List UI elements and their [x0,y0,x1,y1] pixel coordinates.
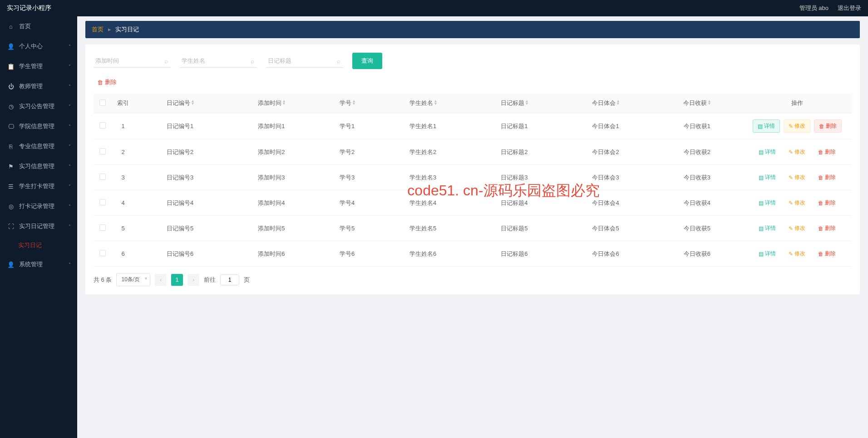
goto-prefix: 前往 [204,276,216,284]
sort-icon: ▴▾ [526,100,528,105]
student-name-input[interactable] [180,54,257,68]
sidebar-item-7[interactable]: ⚑实习信息管理˅ [0,156,77,176]
sidebar-item-6[interactable]: ⎘专业信息管理˅ [0,136,77,156]
add-time-input[interactable] [94,54,171,68]
goto-page-input[interactable] [220,274,239,285]
chevron-up-icon: ˄ [69,224,71,229]
detail-button[interactable]: ▤ 详情 [754,197,780,209]
delete-button[interactable]: 🗑 删除 [814,248,840,260]
chevron-down-icon: ˅ [69,84,71,89]
cell-student-name: 学生姓名1 [377,113,469,139]
menu-label: 打卡记录管理 [19,202,54,210]
sidebar-item-4[interactable]: ◷实习公告管理˅ [0,96,77,116]
edit-button[interactable]: ✎ 修改 [784,248,810,260]
sidebar-item-0[interactable]: ⌂首页 [0,16,77,36]
edit-button[interactable]: ✎ 修改 [784,171,810,184]
delete-button[interactable]: 🗑 删除 [814,171,840,184]
home-icon: ⌂ [7,23,15,30]
trash-icon: 🗑 [819,123,824,129]
cell-student-name: 学生姓名2 [377,139,469,165]
admin-label[interactable]: 管理员 abo [799,4,829,12]
col-student-no[interactable]: 学号▴▾ [317,94,377,113]
row-checkbox[interactable] [99,199,106,205]
cell-experience: 今日体会2 [560,139,651,165]
col-student-name[interactable]: 学生姓名▴▾ [377,94,469,113]
next-page-button[interactable]: › [187,274,199,286]
search-icon: ⌕ [337,58,340,65]
row-checkbox[interactable] [99,224,106,231]
delete-button[interactable]: 🗑 删除 [814,222,840,234]
detail-button[interactable]: ▤ 详情 [754,248,780,260]
page-size-select[interactable]: 10条/页 ▾ [116,273,150,286]
detail-button[interactable]: ▤ 详情 [754,146,780,158]
edit-button[interactable]: ✎ 修改 [784,197,810,209]
edit-button[interactable]: ✎ 修改 [784,222,810,234]
edit-button[interactable]: ✎ 修改 [784,119,810,133]
logout-link[interactable]: 退出登录 [838,4,861,12]
menu-label: 系统管理 [19,260,43,269]
sidebar-sub-diary[interactable]: 实习日记 [0,236,77,254]
prev-page-button[interactable]: ‹ [155,274,167,286]
delete-button[interactable]: 🗑 删除 [814,197,840,209]
cell-add-time: 添加时间4 [226,190,317,216]
sidebar-item-8[interactable]: ☰学生打卡管理˅ [0,176,77,196]
query-button[interactable]: 查询 [352,53,382,69]
content-panel: ⌕ ⌕ ⌕ 查询 🗑 删除 [85,45,860,294]
edit-button[interactable]: ✎ 修改 [784,146,810,158]
sidebar-item-9[interactable]: ◎打卡记录管理˅ [0,196,77,216]
power-icon: ⏻ [7,83,15,90]
table-row: 3 日记编号3 添加时间3 学号3 学生姓名3 日记标题3 今日体会3 今日收获… [94,165,852,190]
batch-delete-button[interactable]: 🗑 删除 [94,76,120,88]
sidebar-item-10[interactable]: ⛶实习日记管理˄ [0,216,77,236]
table-row: 1 日记编号1 添加时间1 学号1 学生姓名1 日记标题1 今日体会1 今日收获… [94,113,852,139]
monitor-icon: 🖵 [7,123,15,130]
row-checkbox[interactable] [99,122,106,129]
cell-student-name: 学生姓名5 [377,216,469,241]
trash-icon: 🗑 [818,251,824,257]
chevron-down-icon: ▾ [145,276,147,281]
menu-label: 实习日记管理 [19,222,54,230]
cell-index: 2 [112,139,134,165]
chevron-down-icon: ˅ [69,164,71,169]
filter-bar: ⌕ ⌕ ⌕ 查询 [94,53,852,69]
row-checkbox[interactable] [99,174,106,180]
select-all-checkbox[interactable] [99,100,106,106]
table-row: 6 日记编号6 添加时间6 学号6 学生姓名6 日记标题6 今日体会6 今日收获… [94,241,852,267]
delete-button[interactable]: 🗑 删除 [814,119,842,133]
target-icon: ◎ [7,203,15,210]
diary-title-input[interactable] [266,54,343,68]
edit-icon: ✎ [789,225,793,232]
sidebar-item-5[interactable]: 🖵学院信息管理˅ [0,116,77,136]
breadcrumb: 首页 ▸ 实习日记 [85,21,860,38]
page-1-button[interactable]: 1 [171,274,183,286]
cell-experience: 今日体会3 [560,165,651,190]
sidebar-item-3[interactable]: ⏻教师管理˅ [0,76,77,96]
cell-student-no: 学号4 [317,190,377,216]
cell-student-name: 学生姓名3 [377,165,469,190]
cell-index: 3 [112,165,134,190]
breadcrumb-home[interactable]: 首页 [92,26,104,33]
col-harvest[interactable]: 今日收获▴▾ [651,94,743,113]
sidebar-item-1[interactable]: 👤个人中心˅ [0,36,77,56]
filter-time: ⌕ [94,54,171,68]
menu-label: 学院信息管理 [19,122,54,130]
detail-button[interactable]: ▤ 详情 [754,171,780,184]
edit-icon: ✎ [789,200,793,206]
delete-button[interactable]: 🗑 删除 [814,146,840,158]
sidebar-item-2[interactable]: 📋学生管理˅ [0,56,77,76]
row-checkbox[interactable] [99,250,106,256]
cell-index: 6 [112,241,134,267]
breadcrumb-separator: ▸ [108,26,111,33]
sidebar-item-11[interactable]: 👤系统管理˅ [0,254,77,274]
main-content: 首页 ▸ 实习日记 ⌕ ⌕ ⌕ 查询 [77,16,868,438]
col-experience[interactable]: 今日体会▴▾ [560,94,651,113]
col-add-time[interactable]: 添加时间▴▾ [226,94,317,113]
detail-button[interactable]: ▤ 详情 [753,119,780,133]
col-diary-no[interactable]: 日记编号▴▾ [134,94,226,113]
col-title[interactable]: 日记标题▴▾ [469,94,560,113]
cell-harvest: 今日收获5 [651,216,743,241]
filter-name: ⌕ [180,54,257,68]
detail-button[interactable]: ▤ 详情 [754,222,780,234]
row-checkbox[interactable] [99,148,106,154]
cell-student-no: 学号2 [317,139,377,165]
